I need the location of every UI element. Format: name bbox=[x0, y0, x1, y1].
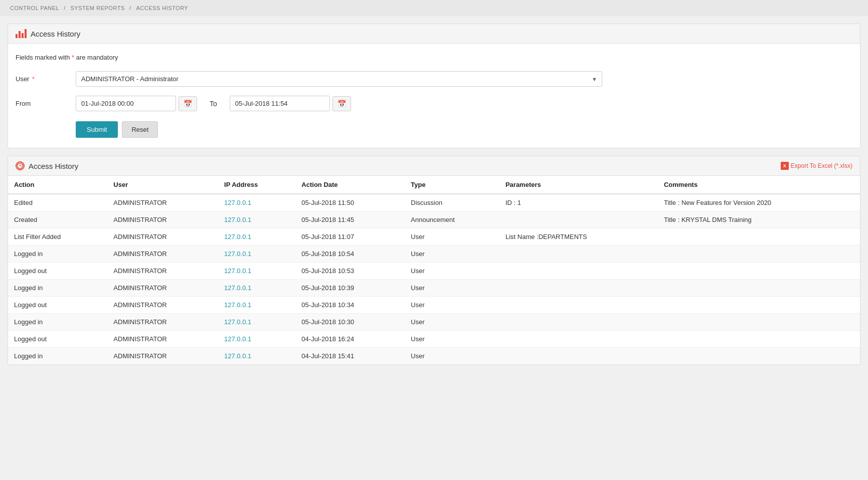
cell-parameters: ID : 1 bbox=[499, 194, 658, 211]
cell-date: 05-Jul-2018 11:45 bbox=[295, 211, 405, 228]
to-date-group: 📅 bbox=[230, 96, 351, 111]
cell-comments bbox=[658, 314, 860, 331]
cell-user: ADMINISTRATOR bbox=[107, 263, 218, 280]
cell-action: Logged out bbox=[8, 331, 107, 348]
col-ip: IP Address bbox=[218, 176, 295, 194]
from-label: From bbox=[16, 100, 76, 107]
cell-action: Logged in bbox=[8, 348, 107, 365]
cell-user: ADMINISTRATOR bbox=[107, 194, 218, 211]
breadcrumb-item-3: ACCESS HISTORY bbox=[136, 5, 188, 11]
cell-ip[interactable]: 127.0.0.1 bbox=[218, 331, 295, 348]
cell-ip[interactable]: 127.0.0.1 bbox=[218, 194, 295, 211]
cell-date: 05-Jul-2018 10:30 bbox=[295, 314, 405, 331]
cell-date: 05-Jul-2018 10:39 bbox=[295, 280, 405, 297]
cell-comments bbox=[658, 280, 860, 297]
results-table: Action User IP Address Action Date Type … bbox=[8, 176, 860, 365]
cell-date: 05-Jul-2018 10:34 bbox=[295, 297, 405, 314]
cell-action: Logged in bbox=[8, 314, 107, 331]
user-label: User * bbox=[16, 75, 76, 83]
form-panel-header: Access History bbox=[8, 24, 860, 44]
to-calendar-button[interactable]: 📅 bbox=[332, 96, 351, 111]
cell-comments bbox=[658, 246, 860, 263]
cell-ip[interactable]: 127.0.0.1 bbox=[218, 280, 295, 297]
table-row: Logged in ADMINISTRATOR 127.0.0.1 05-Jul… bbox=[8, 246, 860, 263]
cell-ip[interactable]: 127.0.0.1 bbox=[218, 297, 295, 314]
cell-comments: Title : New Features for Version 2020 bbox=[658, 194, 860, 211]
cell-action: Logged in bbox=[8, 280, 107, 297]
reset-button[interactable]: Reset bbox=[122, 121, 158, 138]
chart-icon bbox=[16, 29, 27, 38]
breadcrumb-separator-2: / bbox=[129, 5, 133, 11]
form-panel-title: Access History bbox=[31, 30, 80, 38]
cell-type: User bbox=[405, 297, 499, 314]
table-row: Logged in ADMINISTRATOR 127.0.0.1 04-Jul… bbox=[8, 348, 860, 365]
cell-action: Edited bbox=[8, 194, 107, 211]
results-header: Access History X Export To Excel (*.xlsx… bbox=[8, 156, 860, 176]
from-calendar-button[interactable]: 📅 bbox=[179, 96, 197, 111]
cell-parameters bbox=[499, 280, 658, 297]
cell-comments bbox=[658, 263, 860, 280]
date-controls-wrap: 📅 To 📅 bbox=[76, 96, 852, 111]
cell-ip[interactable]: 127.0.0.1 bbox=[218, 228, 295, 246]
user-select-wrapper: ADMINISTRATOR - Administrator ▼ bbox=[76, 71, 602, 87]
cell-date: 05-Jul-2018 10:53 bbox=[295, 263, 405, 280]
col-type: Type bbox=[405, 176, 499, 194]
cell-comments bbox=[658, 228, 860, 246]
cell-type: User bbox=[405, 263, 499, 280]
cell-ip[interactable]: 127.0.0.1 bbox=[218, 246, 295, 263]
cell-type: User bbox=[405, 280, 499, 297]
user-row: User * ADMINISTRATOR - Administrator ▼ bbox=[16, 71, 852, 87]
col-user: User bbox=[107, 176, 218, 194]
cell-date: 05-Jul-2018 11:07 bbox=[295, 228, 405, 246]
clock-icon bbox=[16, 161, 25, 170]
cell-user: ADMINISTRATOR bbox=[107, 331, 218, 348]
cell-date: 04-Jul-2018 15:41 bbox=[295, 348, 405, 365]
submit-button[interactable]: Submit bbox=[76, 121, 118, 138]
cell-ip[interactable]: 127.0.0.1 bbox=[218, 314, 295, 331]
user-select[interactable]: ADMINISTRATOR - Administrator bbox=[76, 71, 602, 87]
cell-type: User bbox=[405, 314, 499, 331]
cell-parameters: List Name :DEPARTMENTS bbox=[499, 228, 658, 246]
date-inputs-row: 📅 To 📅 bbox=[76, 96, 852, 111]
table-header-row: Action User IP Address Action Date Type … bbox=[8, 176, 860, 194]
cell-user: ADMINISTRATOR bbox=[107, 280, 218, 297]
results-panel: Access History X Export To Excel (*.xlsx… bbox=[8, 156, 860, 365]
cell-parameters bbox=[499, 314, 658, 331]
export-label: Export To Excel (*.xlsx) bbox=[791, 162, 852, 169]
cell-type: User bbox=[405, 331, 499, 348]
form-body: Fields marked with * are mandatory User … bbox=[8, 44, 860, 148]
cell-user: ADMINISTRATOR bbox=[107, 228, 218, 246]
cell-comments: Title : KRYSTAL DMS Training bbox=[658, 211, 860, 228]
from-date-group: 📅 bbox=[76, 96, 197, 111]
table-row: Logged out ADMINISTRATOR 127.0.0.1 05-Ju… bbox=[8, 297, 860, 314]
cell-comments bbox=[658, 331, 860, 348]
cell-user: ADMINISTRATOR bbox=[107, 297, 218, 314]
breadcrumb-item-2[interactable]: SYSTEM REPORTS bbox=[70, 5, 124, 11]
cell-action: Created bbox=[8, 211, 107, 228]
cell-parameters bbox=[499, 211, 658, 228]
cell-ip[interactable]: 127.0.0.1 bbox=[218, 348, 295, 365]
export-excel-link[interactable]: X Export To Excel (*.xlsx) bbox=[781, 162, 852, 170]
to-date-input[interactable] bbox=[230, 96, 330, 111]
cell-user: ADMINISTRATOR bbox=[107, 211, 218, 228]
table-row: List Filter Added ADMINISTRATOR 127.0.0.… bbox=[8, 228, 860, 246]
cell-comments bbox=[658, 297, 860, 314]
cell-action: Logged out bbox=[8, 263, 107, 280]
breadcrumb-item-1[interactable]: CONTROL PANEL bbox=[10, 5, 59, 11]
cell-ip[interactable]: 127.0.0.1 bbox=[218, 263, 295, 280]
col-date: Action Date bbox=[295, 176, 405, 194]
cell-date: 04-Jul-2018 16:24 bbox=[295, 331, 405, 348]
to-label: To bbox=[210, 100, 217, 108]
form-buttons-row: Submit Reset bbox=[16, 121, 852, 138]
table-row: Logged out ADMINISTRATOR 127.0.0.1 04-Ju… bbox=[8, 331, 860, 348]
cell-ip[interactable]: 127.0.0.1 bbox=[218, 211, 295, 228]
breadcrumb-separator-1: / bbox=[64, 5, 67, 11]
from-date-input[interactable] bbox=[76, 96, 176, 111]
cell-type: User bbox=[405, 228, 499, 246]
cell-comments bbox=[658, 348, 860, 365]
cell-type: Announcement bbox=[405, 211, 499, 228]
cell-parameters bbox=[499, 246, 658, 263]
date-row: From 📅 To 📅 bbox=[16, 96, 852, 111]
cell-action: Logged out bbox=[8, 297, 107, 314]
cell-type: User bbox=[405, 246, 499, 263]
